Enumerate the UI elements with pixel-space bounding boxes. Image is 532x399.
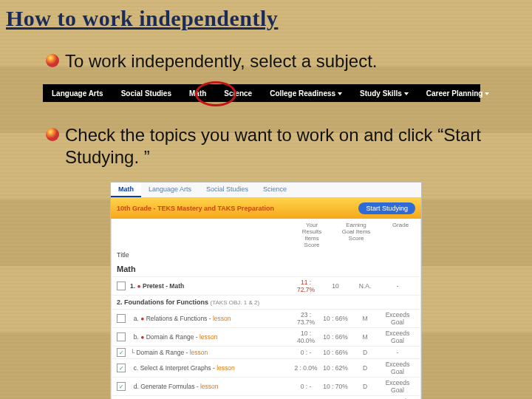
th-grade: Grade bbox=[386, 222, 415, 248]
th-your-results: Your Results Items Score bbox=[297, 222, 327, 248]
table-row: ✓ e. Function Values & Polynomial Expres… bbox=[111, 395, 421, 399]
subject-heading: Math bbox=[111, 262, 421, 276]
nav-science[interactable]: Science bbox=[215, 89, 261, 98]
checkbox[interactable]: ✓ bbox=[117, 382, 126, 391]
sphere-icon bbox=[44, 52, 61, 69]
table-row: 1. ● Pretest - Math 11 : 72.7% 10 N.A. - bbox=[111, 276, 421, 295]
nav-social-studies[interactable]: Social Studies bbox=[112, 89, 180, 98]
nav-math[interactable]: Math bbox=[180, 89, 215, 98]
bullet-point-1: To work independently, select a subject. bbox=[44, 50, 488, 72]
section-heading: 2. Foundations for Functions (TAKS OBJ. … bbox=[111, 295, 421, 309]
sphere-icon bbox=[44, 126, 61, 143]
checkbox[interactable]: ✓ bbox=[117, 348, 126, 357]
nav-college-readiness[interactable]: College Readiness bbox=[261, 89, 351, 98]
point-text-2: Check the topics you want to work on and… bbox=[65, 124, 488, 168]
checkbox[interactable] bbox=[117, 314, 126, 323]
th-earning-goal: Earning Goal Items Score bbox=[341, 222, 371, 248]
table-row: ✓└ Domain & Range - lesson0 : -10 : 66%D… bbox=[111, 346, 421, 358]
table-header: Your Results Items Score Earning Goal It… bbox=[111, 219, 421, 248]
svg-point-1 bbox=[46, 128, 59, 141]
title-label: Title bbox=[111, 248, 421, 262]
checkbox[interactable]: ✓ bbox=[117, 364, 126, 372]
tab-social-studies[interactable]: Social Studies bbox=[199, 183, 256, 197]
table-row: b. ● Domain & Range - lesson10 : 40.0%10… bbox=[111, 327, 421, 346]
start-studying-button[interactable]: Start Studying bbox=[358, 202, 415, 214]
checkbox[interactable] bbox=[117, 332, 126, 341]
nav-language-arts[interactable]: Language Arts bbox=[43, 89, 112, 98]
grade-band: 10th Grade - TEKS Mastery and TAKS Prepa… bbox=[111, 198, 421, 219]
panel-tabs: Math Language Arts Social Studies Scienc… bbox=[111, 183, 421, 198]
page-title: How to work independently bbox=[0, 0, 532, 31]
table-row: a. ● Relations & Functions - lesson23 : … bbox=[111, 309, 421, 327]
svg-point-0 bbox=[46, 54, 59, 67]
nav-study-skills[interactable]: Study Skills bbox=[351, 89, 417, 98]
study-panel: Math Language Arts Social Studies Scienc… bbox=[110, 182, 422, 399]
subject-navbar: Language Arts Social Studies Math Scienc… bbox=[43, 84, 480, 102]
tab-math[interactable]: Math bbox=[111, 183, 141, 197]
point-text-1: To work independently, select a subject. bbox=[65, 50, 377, 72]
tab-language-arts[interactable]: Language Arts bbox=[141, 183, 199, 197]
tab-science[interactable]: Science bbox=[256, 183, 294, 197]
bullet-point-2: Check the topics you want to work on and… bbox=[44, 124, 488, 168]
band-title: 10th Grade - TEKS Mastery and TAKS Prepa… bbox=[117, 205, 274, 212]
table-row: ✓ c. Select & Interpret Graphs - lesson2… bbox=[111, 358, 421, 377]
table-row: ✓ d. Generate Formulas - lesson0 : -10 :… bbox=[111, 377, 421, 395]
checkbox[interactable] bbox=[117, 282, 126, 290]
nav-career-planning[interactable]: Career Planning bbox=[417, 89, 499, 98]
